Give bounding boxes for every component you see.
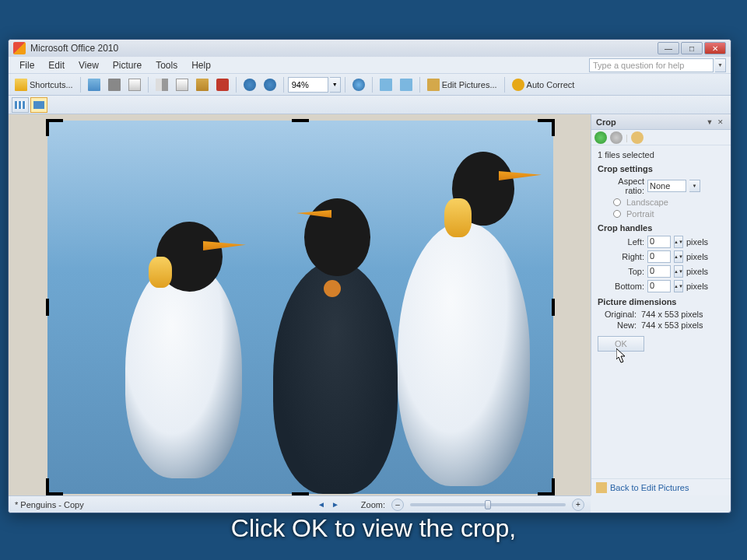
left-input[interactable]: 0 xyxy=(647,236,671,248)
shortcuts-button[interactable]: Shortcuts... xyxy=(12,76,76,93)
task-pane-body: 1 files selected Crop settings Aspect ra… xyxy=(591,145,731,478)
redo-button[interactable] xyxy=(261,76,279,93)
aspect-ratio-combo[interactable]: None xyxy=(647,180,686,192)
thumbnail-view-button[interactable] xyxy=(377,76,395,93)
task-pane-footer: Back to Edit Pictures xyxy=(591,478,731,495)
undo-button[interactable] xyxy=(240,76,259,93)
crop-settings-heading: Crop settings xyxy=(598,164,724,173)
title-bar: Microsoft Office 2010 — □ ✕ xyxy=(9,40,731,57)
print-button[interactable] xyxy=(105,76,124,93)
zoom-slider-thumb[interactable] xyxy=(485,500,491,509)
right-input[interactable]: 0 xyxy=(647,250,671,263)
filmstrip-view-button[interactable] xyxy=(397,76,416,93)
zoom-combo[interactable]: 94% xyxy=(288,77,328,93)
menu-picture[interactable]: Picture xyxy=(107,58,148,72)
menu-file[interactable]: File xyxy=(13,58,40,72)
back-to-edit-link[interactable]: Back to Edit Pictures xyxy=(610,483,689,492)
help-icon xyxy=(352,79,365,91)
files-selected-label: 1 files selected xyxy=(598,150,724,159)
bottom-label: Bottom: xyxy=(598,282,644,291)
ok-button[interactable]: OK xyxy=(598,336,644,352)
maximize-button[interactable]: □ xyxy=(681,42,703,54)
back-link-icon xyxy=(596,482,607,493)
top-unit: pixels xyxy=(686,267,708,276)
menu-tools[interactable]: Tools xyxy=(149,58,184,72)
bottom-unit: pixels xyxy=(686,282,708,291)
new-label: New: xyxy=(598,320,637,330)
help-search-input[interactable]: Type a question for help xyxy=(589,58,714,72)
view-bar xyxy=(9,96,731,114)
save-button[interactable] xyxy=(85,76,103,93)
menu-edit[interactable]: Edit xyxy=(42,58,71,72)
video-caption: Click OK to view the crop, xyxy=(0,514,747,543)
status-filename: * Penguins - Copy xyxy=(15,500,84,509)
app-window: Microsoft Office 2010 — □ ✕ File Edit Vi… xyxy=(8,39,731,513)
app-icon xyxy=(13,42,26,54)
zoom-in-button[interactable]: + xyxy=(572,499,584,511)
auto-correct-button[interactable]: Auto Correct xyxy=(509,76,578,93)
task-pane-title: Crop xyxy=(596,117,704,127)
top-spinner[interactable]: ▲▼ xyxy=(674,265,683,278)
zoom-out-button[interactable]: – xyxy=(391,499,404,511)
paste-icon xyxy=(196,79,209,91)
close-button[interactable]: ✕ xyxy=(704,42,726,54)
left-unit: pixels xyxy=(686,237,708,247)
standard-toolbar: Shortcuts... 94% ▼ Edit Pictures... Auto… xyxy=(9,74,731,96)
auto-correct-icon xyxy=(512,79,524,91)
help-button[interactable] xyxy=(349,76,368,93)
undo-icon xyxy=(244,79,256,91)
landscape-radio[interactable] xyxy=(613,198,621,206)
delete-button[interactable] xyxy=(213,76,232,93)
left-spinner[interactable]: ▲▼ xyxy=(674,236,683,248)
right-spinner[interactable]: ▲▼ xyxy=(674,250,683,263)
aspect-ratio-dropdown[interactable]: ▼ xyxy=(689,180,700,192)
prev-image-button[interactable]: ◄ xyxy=(317,500,325,509)
right-label: Right: xyxy=(598,252,644,261)
crop-handles-heading: Crop handles xyxy=(598,223,724,233)
portrait-radio[interactable] xyxy=(613,210,621,218)
redo-icon xyxy=(264,79,276,91)
view-single-button[interactable] xyxy=(30,97,47,113)
task-pane-dropdown[interactable]: ▼ xyxy=(704,118,715,126)
status-bar: * Penguins - Copy ◄ ► Zoom: – + xyxy=(9,495,591,513)
picture-canvas[interactable] xyxy=(47,121,553,494)
thumbnails-icon xyxy=(15,101,26,109)
nav-home-icon[interactable] xyxy=(631,131,644,144)
top-input[interactable]: 0 xyxy=(647,265,671,278)
bottom-input[interactable]: 0 xyxy=(647,280,671,292)
minimize-button[interactable]: — xyxy=(658,42,679,54)
help-search-dropdown[interactable]: ▼ xyxy=(715,58,726,72)
left-label: Left: xyxy=(598,237,644,247)
task-pane-close[interactable]: ✕ xyxy=(715,118,726,126)
edit-pictures-button[interactable]: Edit Pictures... xyxy=(424,76,500,93)
picture-dimensions-heading: Picture dimensions xyxy=(598,297,724,306)
print-icon xyxy=(108,79,121,91)
cut-button[interactable] xyxy=(153,76,171,93)
delete-icon xyxy=(216,79,229,91)
mail-button[interactable] xyxy=(125,76,144,93)
cut-icon xyxy=(156,79,168,91)
nav-back-icon[interactable] xyxy=(594,131,607,144)
paste-button[interactable] xyxy=(193,76,212,93)
landscape-label: Landscape xyxy=(626,198,668,207)
bottom-spinner[interactable]: ▲▼ xyxy=(674,280,683,292)
menu-help[interactable]: Help xyxy=(185,58,217,72)
task-pane-titlebar: Crop ▼ ✕ xyxy=(591,114,731,130)
view-thumbnails-button[interactable] xyxy=(12,97,29,113)
zoom-label: Zoom: xyxy=(361,500,385,509)
menu-bar: File Edit View Picture Tools Help Type a… xyxy=(9,57,731,74)
crop-task-pane: Crop ▼ ✕ | 1 files selected Crop setting… xyxy=(591,114,731,495)
task-pane-nav: | xyxy=(591,130,731,145)
thumbnail-icon xyxy=(380,79,392,91)
zoom-slider[interactable] xyxy=(410,503,566,506)
next-image-button[interactable]: ► xyxy=(331,500,339,509)
aspect-ratio-label: Aspect ratio: xyxy=(598,177,644,195)
save-icon xyxy=(88,79,100,91)
shortcuts-icon xyxy=(15,79,27,91)
edit-pictures-icon xyxy=(427,79,440,91)
menu-view[interactable]: View xyxy=(72,58,105,72)
zoom-combo-dropdown[interactable]: ▼ xyxy=(330,77,341,93)
nav-forward-icon[interactable] xyxy=(610,131,622,144)
copy-button[interactable] xyxy=(173,76,191,93)
right-unit: pixels xyxy=(686,252,708,261)
